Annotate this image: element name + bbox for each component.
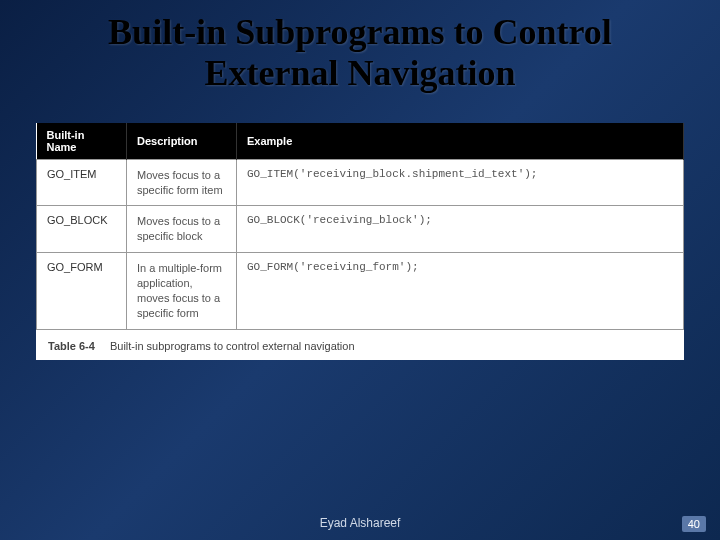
cell-desc: Moves focus to a specific block — [127, 206, 237, 253]
table-container: Built-in Name Description Example GO_ITE… — [36, 123, 684, 360]
table-row: GO_BLOCK Moves focus to a specific block… — [37, 206, 684, 253]
cell-name: GO_ITEM — [37, 159, 127, 206]
cell-desc: In a multiple-form application, moves fo… — [127, 253, 237, 329]
footer-author: Eyad Alshareef — [0, 516, 720, 530]
title-line-2: External Navigation — [205, 53, 516, 93]
table-header-row: Built-in Name Description Example — [37, 123, 684, 160]
page-number: 40 — [682, 516, 706, 532]
cell-name: GO_FORM — [37, 253, 127, 329]
table-caption: Table 6-4 Built-in subprograms to contro… — [36, 330, 684, 360]
cell-example: GO_BLOCK('receiving_block'); — [237, 206, 684, 253]
cell-desc: Moves focus to a specific form item — [127, 159, 237, 206]
cell-example: GO_ITEM('receiving_block.shipment_id_tex… — [237, 159, 684, 206]
caption-label: Table 6-4 — [48, 340, 95, 352]
col-header-example: Example — [237, 123, 684, 160]
title-line-1: Built-in Subprograms to Control — [108, 12, 612, 52]
table-row: GO_ITEM Moves focus to a specific form i… — [37, 159, 684, 206]
col-header-desc: Description — [127, 123, 237, 160]
slide-title: Built-in Subprograms to Control External… — [0, 0, 720, 95]
col-header-name: Built-in Name — [37, 123, 127, 160]
builtins-table: Built-in Name Description Example GO_ITE… — [36, 123, 684, 330]
cell-example: GO_FORM('receiving_form'); — [237, 253, 684, 329]
table-row: GO_FORM In a multiple-form application, … — [37, 253, 684, 329]
caption-text: Built-in subprograms to control external… — [110, 340, 355, 352]
cell-name: GO_BLOCK — [37, 206, 127, 253]
